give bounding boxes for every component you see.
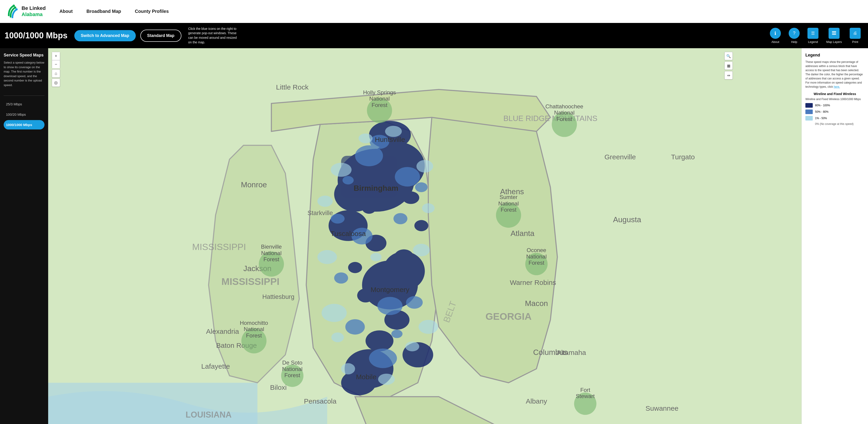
svg-point-42 bbox=[392, 330, 403, 338]
svg-text:Homochitto: Homochitto bbox=[240, 320, 268, 326]
svg-text:Greenville: Greenville bbox=[604, 153, 636, 161]
svg-point-1 bbox=[14, 6, 16, 9]
legend-action-btn[interactable]: ☰ Legend bbox=[805, 26, 821, 46]
svg-text:National: National bbox=[554, 110, 575, 116]
svg-point-52 bbox=[317, 196, 333, 207]
sidebar: Service Speed Maps Select a speed catego… bbox=[0, 48, 48, 424]
svg-point-24 bbox=[394, 249, 414, 265]
svg-text:Tuscaloosa: Tuscaloosa bbox=[331, 230, 366, 237]
svg-text:Albany: Albany bbox=[526, 397, 548, 405]
svg-text:Pensacola: Pensacola bbox=[304, 397, 336, 405]
zoom-controls: + − bbox=[52, 52, 60, 68]
svg-text:Stewart: Stewart bbox=[576, 393, 595, 399]
speed-25-3-btn[interactable]: 25/3 Mbps bbox=[4, 100, 44, 109]
logo-line2: Alabama bbox=[22, 11, 43, 17]
svg-point-33 bbox=[369, 348, 397, 368]
locate-btn[interactable]: ◎ bbox=[52, 79, 60, 87]
svg-text:BLUE RIDGE MOUNTAINS: BLUE RIDGE MOUNTAINS bbox=[503, 114, 597, 122]
svg-text:Mobile: Mobile bbox=[356, 373, 377, 380]
legend-icon: ☰ bbox=[807, 28, 818, 39]
home-btn[interactable]: ⌂ bbox=[52, 69, 60, 78]
map-layers-icon bbox=[829, 28, 840, 39]
svg-point-36 bbox=[334, 273, 348, 284]
legend-link[interactable]: here. bbox=[834, 85, 840, 88]
svg-point-27 bbox=[414, 220, 428, 231]
svg-point-34 bbox=[345, 319, 365, 335]
speed-1000-1000-btn[interactable]: 1000/1000 Mbps bbox=[4, 120, 44, 130]
logo-icon bbox=[7, 4, 19, 19]
map-layers-action-btn[interactable]: Map Layers bbox=[824, 26, 845, 46]
svg-text:Forest: Forest bbox=[264, 256, 279, 262]
help-icon: ? bbox=[789, 28, 800, 39]
svg-point-0 bbox=[16, 8, 18, 10]
svg-text:Lafayette: Lafayette bbox=[201, 362, 230, 370]
svg-point-32 bbox=[377, 297, 403, 315]
svg-text:Altamaha: Altamaha bbox=[557, 348, 586, 356]
about-action-label: About bbox=[771, 40, 779, 44]
home-icon: ⌂ bbox=[55, 71, 57, 76]
standard-map-btn[interactable]: Standard Map bbox=[141, 30, 181, 42]
resize-icon: ⇔ bbox=[727, 73, 730, 78]
toolbar-hint: Click the blue icons on the right to gen… bbox=[188, 27, 239, 45]
nav-county[interactable]: County Profiles bbox=[135, 9, 169, 14]
svg-text:National: National bbox=[369, 95, 390, 102]
map-area[interactable]: + − ⌂ ◎ 🔍 ▦ ⇔ bbox=[48, 48, 802, 424]
svg-text:Fort: Fort bbox=[580, 387, 590, 393]
legend-subtitle: Wireline and Fixed Wireless 1000/1000 Mb… bbox=[805, 97, 864, 101]
qr-btn[interactable]: ▦ bbox=[724, 61, 733, 70]
legend-action-label: Legend bbox=[808, 40, 818, 44]
sidebar-desc: Select a speed category below to show it… bbox=[4, 60, 44, 87]
logo-line1: Be Linked bbox=[22, 5, 45, 11]
help-action-btn[interactable]: ? Help bbox=[786, 26, 802, 46]
zoom-in-btn[interactable]: + bbox=[52, 52, 60, 60]
svg-text:National: National bbox=[261, 250, 282, 256]
svg-text:Birmingham: Birmingham bbox=[353, 184, 398, 192]
toolbar-speed: 1000/1000 Mbps bbox=[5, 31, 67, 40]
svg-text:Bienville: Bienville bbox=[261, 244, 282, 250]
nav-about[interactable]: About bbox=[59, 9, 73, 14]
svg-point-35 bbox=[406, 296, 423, 309]
svg-text:Augusta: Augusta bbox=[613, 215, 641, 224]
legend-panel: Legend These speed maps show the percent… bbox=[802, 48, 868, 424]
logo: Be Linked Alabama bbox=[7, 4, 45, 19]
resize-btn[interactable]: ⇔ bbox=[724, 71, 733, 79]
sidebar-title: Service Speed Maps bbox=[4, 53, 44, 58]
svg-rect-3 bbox=[832, 31, 836, 32]
print-action-btn[interactable]: 🖨 Print bbox=[847, 26, 863, 46]
header: Be Linked Alabama About Broadband Map Co… bbox=[0, 0, 868, 23]
svg-text:Monroe: Monroe bbox=[241, 180, 267, 189]
svg-text:Forest: Forest bbox=[501, 207, 517, 213]
svg-point-56 bbox=[405, 342, 419, 351]
svg-point-37 bbox=[394, 213, 407, 224]
sidebar-divider bbox=[4, 95, 44, 96]
svg-text:Holly Springs: Holly Springs bbox=[363, 89, 396, 95]
legend-item-mid: 50% - 80% bbox=[805, 110, 864, 114]
legend-swatch-light bbox=[805, 116, 813, 120]
svg-rect-4 bbox=[832, 33, 836, 33]
search-icon: 🔍 bbox=[726, 54, 731, 58]
legend-section-title: Wireline and Fixed Wireless bbox=[805, 92, 864, 96]
svg-text:Biloxi: Biloxi bbox=[270, 384, 287, 391]
svg-point-46 bbox=[413, 244, 430, 256]
zoom-out-btn[interactable]: − bbox=[52, 60, 60, 68]
about-action-btn[interactable]: ℹ About bbox=[767, 26, 784, 46]
svg-point-57 bbox=[331, 332, 344, 342]
legend-item-dark: 80% - 100% bbox=[805, 103, 864, 108]
svg-text:National: National bbox=[282, 366, 303, 372]
svg-point-47 bbox=[321, 304, 347, 322]
svg-text:Sumter: Sumter bbox=[499, 194, 517, 200]
nav-broadband[interactable]: Broadband Map bbox=[87, 9, 121, 14]
svg-point-49 bbox=[341, 363, 355, 374]
help-action-label: Help bbox=[791, 40, 797, 44]
svg-point-54 bbox=[370, 253, 381, 261]
svg-text:Huntsville: Huntsville bbox=[375, 136, 405, 143]
logo-text: Be Linked Alabama bbox=[22, 5, 45, 18]
speed-100-20-btn[interactable]: 100/20 Mbps bbox=[4, 110, 44, 119]
svg-text:Forest: Forest bbox=[556, 116, 572, 122]
svg-point-40 bbox=[415, 182, 428, 192]
map-right-controls: 🔍 ▦ ⇔ bbox=[724, 52, 733, 79]
legend-label-mid: 50% - 80% bbox=[815, 110, 829, 113]
search-btn[interactable]: 🔍 bbox=[724, 52, 733, 60]
svg-text:MISSISSIPPI: MISSISSIPPI bbox=[192, 242, 246, 252]
switch-to-advanced-btn[interactable]: Switch to Advanced Map bbox=[74, 30, 135, 41]
